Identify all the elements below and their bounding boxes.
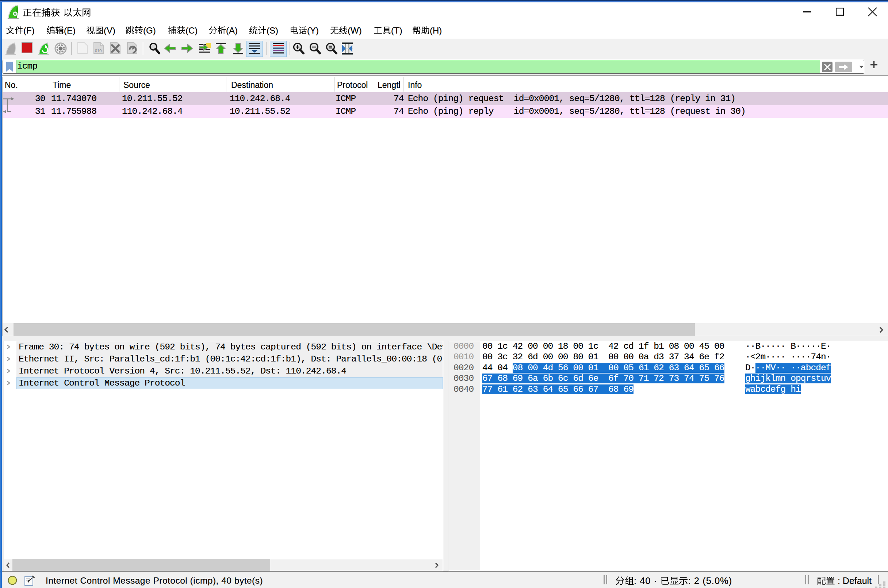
svg-text:010: 010 bbox=[95, 48, 101, 53]
